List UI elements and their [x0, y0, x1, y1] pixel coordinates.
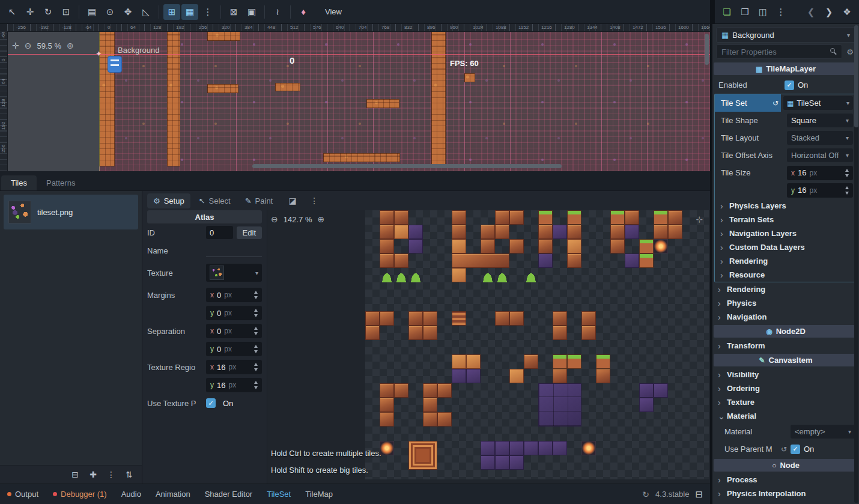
atlas-tile[interactable]: [567, 354, 581, 369]
atlas-tile[interactable]: [408, 326, 423, 340]
animation-key-icon[interactable]: ♦: [295, 4, 312, 20]
atlas-tile[interactable]: [452, 369, 466, 383]
atlas-tile[interactable]: [452, 254, 509, 268]
atlas-tile[interactable]: [380, 311, 394, 326]
atlas-tile[interactable]: [481, 455, 495, 470]
bottom-panel-debugger-1-[interactable]: Debugger (1): [53, 490, 107, 499]
zoom-in-button[interactable]: ⊕: [67, 41, 74, 50]
atlas-tile[interactable]: [553, 326, 567, 340]
ruler-tool-icon[interactable]: ◺: [138, 4, 154, 20]
tab-paint[interactable]: ✎ Paint: [239, 193, 279, 208]
atlas-tile[interactable]: [625, 210, 639, 225]
atlas-tile[interactable]: [509, 455, 524, 470]
atlas-tile[interactable]: [538, 441, 553, 455]
origin-gizmo[interactable]: ✦: [96, 49, 102, 58]
atlas-tile[interactable]: [408, 225, 423, 239]
group-rendering[interactable]: ›Rendering: [712, 282, 859, 296]
group-physics[interactable]: ›Physics: [712, 296, 859, 310]
separation-y-field[interactable]: y 0 px: [206, 342, 262, 356]
category-tilemaplayer[interactable]: ▦ TileMapLayer: [714, 62, 858, 75]
history-back-icon[interactable]: ❮: [803, 4, 819, 20]
atlas-tile[interactable]: [380, 254, 394, 268]
atlas-tile[interactable]: [596, 354, 610, 369]
group-physics-interpolation[interactable]: ›Physics Interpolation: [712, 487, 859, 500]
version-update-icon[interactable]: ↻: [642, 490, 649, 499]
group-visibility[interactable]: ›Visibility: [712, 368, 859, 381]
move-tool-icon[interactable]: ✛: [22, 4, 38, 20]
atlas-tile[interactable]: [654, 239, 668, 254]
margins-y-field[interactable]: y 0 px: [206, 306, 262, 320]
spinner-icon[interactable]: [253, 291, 259, 299]
atlas-tile[interactable]: [481, 268, 495, 282]
tab-patterns[interactable]: Patterns: [37, 175, 85, 190]
load-resource-icon[interactable]: ❐: [736, 4, 753, 20]
atlas-tile[interactable]: [423, 326, 437, 340]
atlas-tile[interactable]: [538, 210, 553, 225]
atlas-tile[interactable]: [668, 210, 682, 225]
atlas-tile[interactable]: [567, 239, 581, 254]
tile-layout-dropdown[interactable]: Stacked ▾: [787, 131, 853, 145]
atlas-tile[interactable]: [610, 225, 625, 239]
atlas-tile[interactable]: [668, 225, 682, 239]
bottom-panel-tileset[interactable]: TileSet: [267, 490, 291, 499]
atlas-tile[interactable]: [452, 210, 466, 225]
atlas-tile[interactable]: [380, 383, 394, 398]
toggle-bottom-panels-icon[interactable]: ⊟: [695, 489, 703, 500]
atlas-tile[interactable]: [481, 441, 495, 455]
edit-button[interactable]: Edit: [237, 226, 262, 239]
pivot-tool-icon[interactable]: ⊙: [102, 4, 118, 20]
atlas-tile[interactable]: [538, 225, 553, 239]
atlas-tile[interactable]: [553, 369, 567, 383]
sort-sources-icon[interactable]: ⇅: [121, 467, 137, 482]
group-navigation[interactable]: ›Navigation: [712, 310, 859, 324]
group-rendering[interactable]: ›Rendering: [715, 254, 857, 268]
atlas-tile[interactable]: [495, 455, 509, 470]
atlas-tile[interactable]: [466, 354, 481, 369]
select-tool-icon[interactable]: ↖: [4, 4, 20, 20]
atlas-tile[interactable]: [625, 225, 639, 239]
atlas-tile[interactable]: [365, 311, 380, 326]
atlas-tile[interactable]: [380, 225, 394, 239]
filter-properties-box[interactable]: [716, 44, 842, 59]
zoom-out-button[interactable]: ⊖: [271, 214, 278, 224]
atlas-tile[interactable]: [538, 383, 581, 427]
atlas-tile[interactable]: [380, 268, 394, 282]
eraser-icon[interactable]: ◪: [285, 193, 300, 208]
separation-x-field[interactable]: x 0 px: [206, 324, 262, 338]
spinner-icon[interactable]: [845, 169, 850, 177]
tile-shape-dropdown[interactable]: Square ▾: [787, 114, 853, 127]
bottom-panel-audio[interactable]: Audio: [121, 490, 141, 499]
atlas-tile[interactable]: [380, 210, 394, 225]
bottom-panel-animation[interactable]: Animation: [156, 490, 190, 499]
save-resource-icon[interactable]: ◫: [754, 4, 771, 20]
id-field[interactable]: 0: [206, 226, 233, 239]
history-forward-icon[interactable]: ❯: [821, 4, 837, 20]
group-texture[interactable]: ›Texture: [712, 395, 859, 409]
atlas-tile[interactable]: [495, 441, 509, 455]
zoom-level[interactable]: 59.5 %: [37, 41, 61, 50]
name-field[interactable]: [206, 244, 262, 257]
inspector-scrollbar[interactable]: [854, 25, 858, 503]
tab-setup[interactable]: ⚙ Setup: [147, 193, 190, 208]
tile-size-x-field[interactable]: x 16 px: [787, 166, 853, 180]
atlas-tile[interactable]: [524, 441, 538, 455]
atlas-tile[interactable]: [394, 210, 408, 225]
list-select-icon[interactable]: ▤: [83, 4, 100, 20]
horizontal-scrollbar[interactable]: [252, 164, 562, 168]
atlas-tile[interactable]: [509, 239, 524, 254]
atlas-tile[interactable]: [639, 239, 654, 254]
atlas-tile[interactable]: [380, 398, 394, 412]
smart-snap-icon[interactable]: ⊞: [163, 4, 180, 20]
new-resource-icon[interactable]: ❏: [718, 4, 735, 20]
tileset-resource-button[interactable]: ▦ TileSet ▾: [783, 96, 853, 110]
margins-x-field[interactable]: x 0 px: [206, 288, 262, 302]
atlas-tile[interactable]: [408, 239, 423, 254]
group-transform[interactable]: ›Transform: [712, 339, 859, 353]
atlas-tile[interactable]: [596, 369, 610, 383]
center-view-icon[interactable]: ✛: [12, 41, 19, 50]
atlas-tile[interactable]: [509, 441, 524, 455]
category-node2d[interactable]: ◉ Node2D: [714, 325, 858, 338]
atlas-tile[interactable]: [394, 225, 408, 239]
bottom-panel-tilemap[interactable]: TileMap: [305, 490, 333, 499]
atlas-tile[interactable]: [538, 254, 553, 268]
